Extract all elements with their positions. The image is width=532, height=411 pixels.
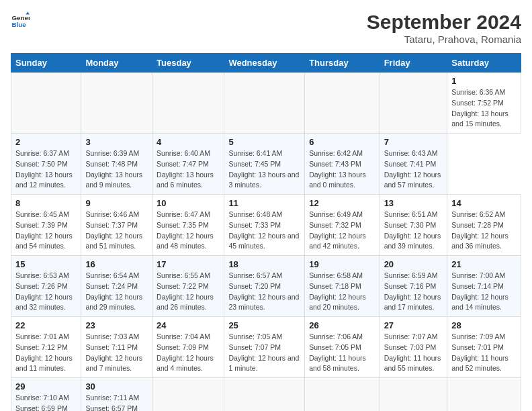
title-block: September 2024 Tataru, Prahova, Romania [367, 11, 521, 45]
day-number: 21 [451, 259, 517, 269]
day-info: Sunrise: 6:46 AMSunset: 7:37 PMDaylight:… [85, 210, 142, 250]
logo: General Blue [11, 11, 30, 30]
day-cell [380, 73, 447, 134]
day-info: Sunrise: 6:37 AMSunset: 7:50 PMDaylight:… [15, 149, 73, 189]
calendar-table: SundayMondayTuesdayWednesdayThursdayFrid… [11, 53, 521, 411]
day-number: 14 [451, 198, 517, 208]
calendar-title: September 2024 [367, 11, 521, 34]
day-number: 30 [85, 381, 148, 392]
day-info: Sunrise: 6:51 AMSunset: 7:30 PMDaylight:… [384, 210, 441, 250]
day-cell: 9 Sunrise: 6:46 AMSunset: 7:37 PMDayligh… [81, 195, 152, 256]
day-cell [224, 378, 305, 412]
day-number: 24 [157, 320, 220, 330]
day-info: Sunrise: 6:57 AMSunset: 7:20 PMDaylight:… [228, 271, 299, 311]
day-cell: 21 Sunrise: 7:00 AMSunset: 7:14 PMDaylig… [447, 256, 521, 317]
day-number: 15 [15, 259, 77, 269]
day-cell: 30 Sunrise: 7:11 AMSunset: 6:57 PMDaylig… [81, 378, 152, 412]
day-number: 7 [384, 137, 443, 147]
day-number: 2 [15, 137, 77, 147]
day-cell: 15 Sunrise: 6:53 AMSunset: 7:26 PMDaylig… [11, 256, 81, 317]
day-cell: 1 Sunrise: 6:36 AMSunset: 7:52 PMDayligh… [447, 73, 521, 134]
day-info: Sunrise: 6:40 AMSunset: 7:47 PMDaylight:… [157, 149, 214, 189]
week-row-3: 8 Sunrise: 6:45 AMSunset: 7:39 PMDayligh… [11, 195, 521, 256]
page-header: General Blue September 2024 Tataru, Prah… [11, 11, 521, 45]
day-number: 1 [451, 76, 517, 86]
day-cell [305, 73, 380, 134]
day-cell: 10 Sunrise: 6:47 AMSunset: 7:35 PMDaylig… [152, 195, 224, 256]
day-cell: 24 Sunrise: 7:04 AMSunset: 7:09 PMDaylig… [152, 317, 224, 378]
day-info: Sunrise: 6:45 AMSunset: 7:39 PMDaylight:… [15, 210, 73, 250]
day-number: 22 [15, 320, 77, 330]
day-cell: 5 Sunrise: 6:41 AMSunset: 7:45 PMDayligh… [224, 134, 305, 195]
col-header-saturday: Saturday [447, 54, 521, 73]
day-cell [11, 73, 81, 134]
col-header-sunday: Sunday [11, 54, 81, 73]
day-info: Sunrise: 6:58 AMSunset: 7:18 PMDaylight:… [309, 271, 366, 311]
header-row: SundayMondayTuesdayWednesdayThursdayFrid… [11, 54, 521, 73]
day-number: 27 [384, 320, 443, 330]
day-info: Sunrise: 6:42 AMSunset: 7:43 PMDaylight:… [309, 149, 366, 189]
day-cell: 20 Sunrise: 6:59 AMSunset: 7:16 PMDaylig… [380, 256, 447, 317]
day-number: 17 [157, 259, 220, 269]
week-row-1: 1 Sunrise: 6:36 AMSunset: 7:52 PMDayligh… [11, 73, 521, 134]
day-info: Sunrise: 6:48 AMSunset: 7:33 PMDaylight:… [228, 210, 299, 250]
day-cell: 26 Sunrise: 7:06 AMSunset: 7:05 PMDaylig… [305, 317, 380, 378]
day-info: Sunrise: 7:01 AMSunset: 7:12 PMDaylight:… [15, 332, 73, 372]
day-cell [380, 378, 447, 412]
day-info: Sunrise: 6:54 AMSunset: 7:24 PMDaylight:… [85, 271, 142, 311]
day-number: 5 [228, 137, 300, 147]
day-cell: 18 Sunrise: 6:57 AMSunset: 7:20 PMDaylig… [224, 256, 305, 317]
day-cell: 28 Sunrise: 7:09 AMSunset: 7:01 PMDaylig… [447, 317, 521, 378]
day-cell: 14 Sunrise: 6:52 AMSunset: 7:28 PMDaylig… [447, 195, 521, 256]
day-info: Sunrise: 7:07 AMSunset: 7:03 PMDaylight:… [384, 332, 441, 372]
day-cell: 12 Sunrise: 6:49 AMSunset: 7:32 PMDaylig… [305, 195, 380, 256]
svg-text:Blue: Blue [11, 21, 26, 28]
week-row-4: 15 Sunrise: 6:53 AMSunset: 7:26 PMDaylig… [11, 256, 521, 317]
day-info: Sunrise: 6:39 AMSunset: 7:48 PMDaylight:… [85, 149, 142, 189]
day-number: 16 [85, 259, 148, 269]
day-number: 29 [15, 381, 77, 392]
week-row-2: 2 Sunrise: 6:37 AMSunset: 7:50 PMDayligh… [11, 134, 521, 195]
day-cell [81, 73, 152, 134]
col-header-wednesday: Wednesday [224, 54, 305, 73]
day-info: Sunrise: 6:53 AMSunset: 7:26 PMDaylight:… [15, 271, 73, 311]
calendar-subtitle: Tataru, Prahova, Romania [367, 34, 521, 45]
day-number: 3 [85, 137, 148, 147]
day-cell: 2 Sunrise: 6:37 AMSunset: 7:50 PMDayligh… [11, 134, 81, 195]
day-info: Sunrise: 6:47 AMSunset: 7:35 PMDaylight:… [157, 210, 214, 250]
week-row-6: 29 Sunrise: 7:10 AMSunset: 6:59 PMDaylig… [11, 378, 521, 412]
day-cell: 22 Sunrise: 7:01 AMSunset: 7:12 PMDaylig… [11, 317, 81, 378]
day-cell: 23 Sunrise: 7:03 AMSunset: 7:11 PMDaylig… [81, 317, 152, 378]
day-info: Sunrise: 7:06 AMSunset: 7:05 PMDaylight:… [309, 332, 366, 372]
day-cell: 13 Sunrise: 6:51 AMSunset: 7:30 PMDaylig… [380, 195, 447, 256]
day-info: Sunrise: 6:41 AMSunset: 7:45 PMDaylight:… [228, 149, 299, 189]
day-cell [152, 378, 224, 412]
day-info: Sunrise: 6:43 AMSunset: 7:41 PMDaylight:… [384, 149, 441, 189]
day-cell: 29 Sunrise: 7:10 AMSunset: 6:59 PMDaylig… [11, 378, 81, 412]
svg-marker-2 [26, 11, 30, 14]
day-info: Sunrise: 7:09 AMSunset: 7:01 PMDaylight:… [451, 332, 508, 372]
day-cell [305, 378, 380, 412]
day-cell: 6 Sunrise: 6:42 AMSunset: 7:43 PMDayligh… [305, 134, 380, 195]
day-number: 28 [451, 320, 517, 330]
day-number: 19 [309, 259, 375, 269]
day-cell: 4 Sunrise: 6:40 AMSunset: 7:47 PMDayligh… [152, 134, 224, 195]
day-number: 8 [15, 198, 77, 208]
day-cell: 25 Sunrise: 7:05 AMSunset: 7:07 PMDaylig… [224, 317, 305, 378]
day-cell: 27 Sunrise: 7:07 AMSunset: 7:03 PMDaylig… [380, 317, 447, 378]
day-cell: 11 Sunrise: 6:48 AMSunset: 7:33 PMDaylig… [224, 195, 305, 256]
col-header-friday: Friday [380, 54, 447, 73]
day-number: 10 [157, 198, 220, 208]
col-header-monday: Monday [81, 54, 152, 73]
day-cell: 3 Sunrise: 6:39 AMSunset: 7:48 PMDayligh… [81, 134, 152, 195]
day-cell: 17 Sunrise: 6:55 AMSunset: 7:22 PMDaylig… [152, 256, 224, 317]
col-header-tuesday: Tuesday [152, 54, 224, 73]
day-number: 4 [157, 137, 220, 147]
day-cell: 16 Sunrise: 6:54 AMSunset: 7:24 PMDaylig… [81, 256, 152, 317]
day-info: Sunrise: 7:05 AMSunset: 7:07 PMDaylight:… [228, 332, 299, 372]
day-info: Sunrise: 6:55 AMSunset: 7:22 PMDaylight:… [157, 271, 214, 311]
day-number: 6 [309, 137, 375, 147]
day-cell: 7 Sunrise: 6:43 AMSunset: 7:41 PMDayligh… [380, 134, 447, 195]
day-cell: 19 Sunrise: 6:58 AMSunset: 7:18 PMDaylig… [305, 256, 380, 317]
day-number: 9 [85, 198, 148, 208]
